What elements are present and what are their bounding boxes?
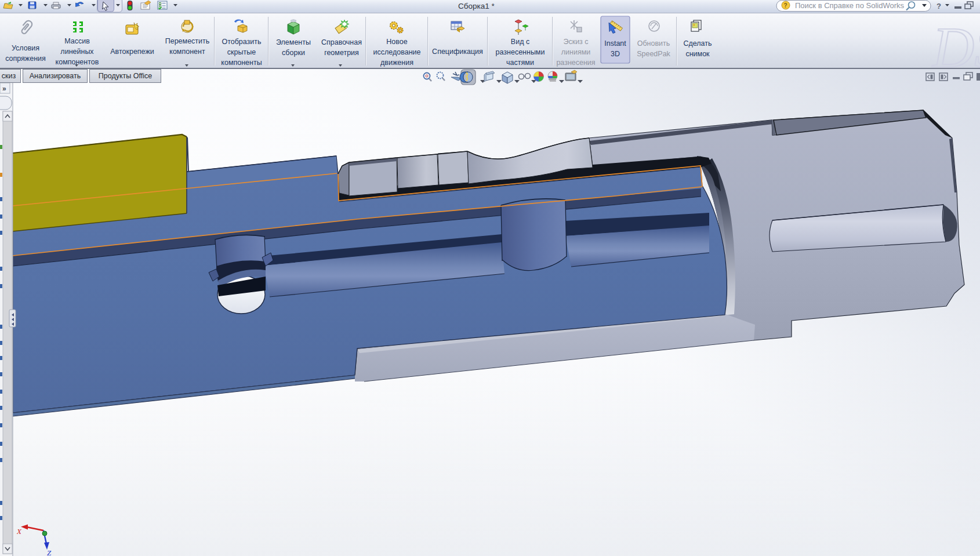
svg-text:Сборка1 *: Сборка1 *	[458, 2, 495, 10]
svg-text:Поиск в Справке по SolidWorks: Поиск в Справке по SolidWorks	[795, 1, 905, 10]
svg-text:?: ?	[784, 2, 787, 9]
svg-text:?: ?	[937, 2, 941, 10]
svg-text:DS: DS	[931, 15, 980, 68]
svg-text:»: »	[2, 85, 6, 93]
svg-text:X: X	[16, 527, 22, 536]
svg-text:Z: Z	[47, 548, 52, 556]
